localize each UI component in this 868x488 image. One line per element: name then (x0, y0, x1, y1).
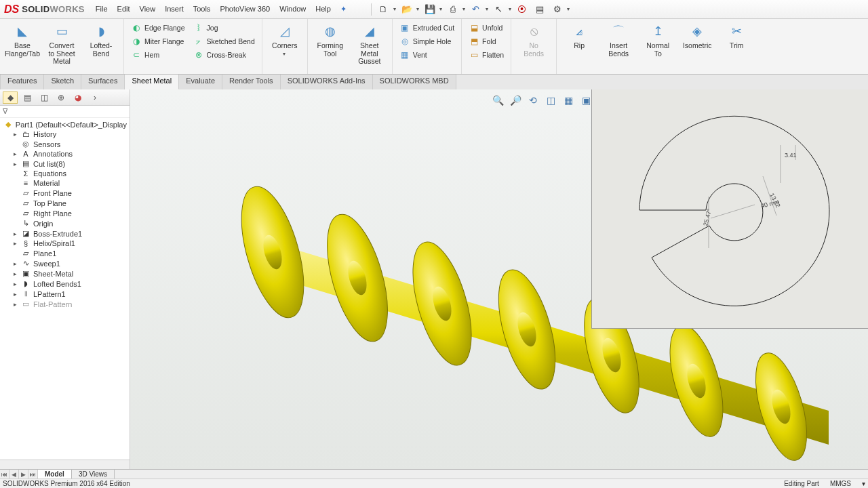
dim-tab-icon[interactable]: ⊕ (54, 92, 68, 104)
tree-item[interactable]: ΣEquations (0, 169, 130, 178)
simple-hole-button[interactable]: ◎Simple Hole (397, 35, 457, 47)
section-view-icon[interactable]: ◫ (544, 94, 557, 107)
sketched-bend-button[interactable]: ⦢Sketched Bend (191, 35, 258, 47)
status-drop[interactable]: ▾ (862, 480, 865, 487)
cross-break-button[interactable]: ⊗Cross-Break (191, 49, 258, 61)
tab-3d-views[interactable]: 3D Views (72, 470, 115, 479)
tree-item[interactable]: ▸∿Sweep1 (0, 258, 130, 268)
tab-model[interactable]: Model (38, 470, 72, 479)
zoom-fit-icon[interactable]: 🔍 (491, 94, 505, 107)
appearance-tab-icon[interactable]: ◕ (71, 92, 85, 104)
isometric-button[interactable]: ◈Isometric (679, 20, 715, 50)
tree-item[interactable]: ▸⫴LPattern1 (0, 289, 130, 299)
tab-features[interactable]: Features (0, 75, 44, 89)
expand-icon[interactable]: ▸ (12, 161, 18, 167)
config-tab-icon[interactable]: ◫ (37, 92, 52, 104)
convert-sheetmetal-button[interactable]: ▭Convert to Sheet Metal (43, 20, 80, 66)
new-icon[interactable]: 🗋 (377, 3, 391, 16)
menu-pin-icon[interactable]: ✦ (336, 2, 351, 16)
prev-tab-icon[interactable]: ◀ (9, 470, 19, 479)
undo-icon[interactable]: ↶ (469, 3, 483, 16)
tree-item[interactable]: ▱Top Plane (0, 198, 130, 208)
tab-addins[interactable]: SOLIDWORKS Add-Ins (281, 75, 373, 89)
tree-item[interactable]: ▱Right Plane (0, 208, 130, 218)
insert-bends-button[interactable]: ⌒Insert Bends (600, 20, 637, 58)
corners-button[interactable]: ◿Corners▾ (267, 20, 303, 57)
extruded-cut-button[interactable]: ▣Extruded Cut (397, 22, 457, 34)
fold-button[interactable]: ⬒Fold (466, 35, 507, 47)
expand-icon[interactable]: ▸ (12, 291, 18, 298)
tree-item[interactable]: ▸▤Cut list(8) (0, 159, 130, 169)
tree-item[interactable]: ↳Origin (0, 218, 130, 228)
first-tab-icon[interactable]: ⏮ (0, 470, 9, 479)
status-units[interactable]: MMGS (830, 480, 851, 487)
expand-icon[interactable]: ▸ (12, 301, 18, 308)
tree-item[interactable]: ▸AAnnotations (0, 149, 130, 159)
miter-flange-button[interactable]: ◑Miter Flange (128, 35, 188, 47)
lofted-bend-button[interactable]: ◗Lofted-Bend (83, 20, 119, 58)
tab-render-tools[interactable]: Render Tools (222, 75, 281, 89)
feature-tree-tab-icon[interactable]: ◆ (3, 92, 18, 104)
hem-button[interactable]: ⊂Hem (128, 49, 188, 61)
tree-item[interactable]: ▸▭Flat-Pattern (0, 299, 130, 309)
view-orient-icon[interactable]: ▦ (561, 94, 575, 107)
select-icon[interactable]: ↖ (492, 3, 506, 16)
settings-icon[interactable]: ⚙ (551, 3, 564, 16)
tab-surfaces[interactable]: Surfaces (81, 75, 125, 89)
jog-button[interactable]: ⦚Jog (191, 22, 258, 34)
sheetmetal-gusset-button[interactable]: ◢Sheet Metal Gusset (351, 20, 388, 66)
tree-root[interactable]: ◆Part1 (Default<<Default>_Display (0, 119, 130, 129)
tab-mbd[interactable]: SOLIDWORKS MBD (373, 75, 456, 89)
next-tab-icon[interactable]: ▶ (19, 470, 28, 479)
expand-icon[interactable]: ▸ (12, 150, 18, 157)
tree-item[interactable]: ▸▣Sheet-Metal (0, 268, 130, 279)
tree-item[interactable]: ◎Sensors (0, 139, 130, 149)
menu-file[interactable]: File (92, 2, 112, 16)
zoom-area-icon[interactable]: 🔎 (509, 94, 522, 107)
rip-button[interactable]: ⦞Rip (561, 20, 597, 50)
menu-help[interactable]: Help (311, 2, 335, 16)
vent-button[interactable]: ▦Vent (397, 49, 457, 61)
tree-item[interactable]: ▸🗀History (0, 129, 130, 139)
tab-sketch[interactable]: Sketch (44, 75, 81, 89)
expand-icon[interactable]: ▸ (12, 260, 18, 267)
tree-item[interactable]: ▱Front Plane (0, 188, 130, 198)
unfold-button[interactable]: ⬓Unfold (466, 22, 507, 34)
menu-insert[interactable]: Insert (161, 2, 188, 16)
options-icon[interactable]: ▤ (533, 3, 547, 16)
expand-icon[interactable]: ▸ (12, 281, 18, 287)
menu-photoview[interactable]: PhotoView 360 (216, 2, 274, 16)
tree-item[interactable]: ▱Plane1 (0, 248, 130, 258)
tab-sheet-metal[interactable]: Sheet Metal (125, 75, 179, 89)
tree-filter[interactable]: ∇ (0, 106, 130, 118)
menu-window[interactable]: Window (275, 2, 310, 16)
trim-button[interactable]: ✂Trim (718, 20, 755, 50)
expand-icon[interactable]: ▸ (12, 131, 18, 138)
tab-evaluate[interactable]: Evaluate (179, 75, 222, 89)
menu-tools[interactable]: Tools (189, 2, 215, 16)
tree-item[interactable]: ▸§Helix/Spiral1 (0, 239, 130, 248)
property-tab-icon[interactable]: ▤ (20, 92, 35, 104)
menu-view[interactable]: View (136, 2, 160, 16)
expand-icon[interactable]: › (87, 92, 102, 104)
menu-edit[interactable]: Edit (113, 2, 134, 16)
rebuild-traffic-icon[interactable]: ⦿ (515, 3, 529, 16)
tree-item[interactable]: ▸◗Lofted Bends1 (0, 279, 130, 289)
print-icon[interactable]: ⎙ (446, 3, 460, 16)
last-tab-icon[interactable]: ⏭ (28, 470, 38, 479)
panel-h-scrollbar[interactable] (0, 460, 130, 469)
open-icon[interactable]: 📂 (400, 3, 414, 16)
prev-view-icon[interactable]: ⟲ (526, 94, 540, 107)
edge-flange-button[interactable]: ◐Edge Flange (128, 22, 188, 34)
expand-icon[interactable]: ▸ (12, 270, 18, 277)
tree-item[interactable]: ≡Material (0, 178, 130, 188)
expand-icon[interactable]: ▸ (12, 240, 18, 247)
expand-icon[interactable]: ▸ (12, 230, 18, 237)
tree-item[interactable]: ▸◪Boss-Extrude1 (0, 228, 130, 239)
graphics-viewport[interactable]: 🔍 🔎 ⟲ ◫ ▦ ▣ ◍ 👁 ◕ ✴ (130, 89, 868, 469)
forming-tool-button[interactable]: ◍Forming Tool (312, 20, 349, 58)
normal-to-button[interactable]: ↥Normal To (639, 20, 676, 58)
flatten-button[interactable]: ▭Flatten (466, 49, 507, 61)
save-icon[interactable]: 💾 (423, 3, 437, 16)
base-flange-button[interactable]: ◣Base Flange/Tab (4, 20, 41, 58)
